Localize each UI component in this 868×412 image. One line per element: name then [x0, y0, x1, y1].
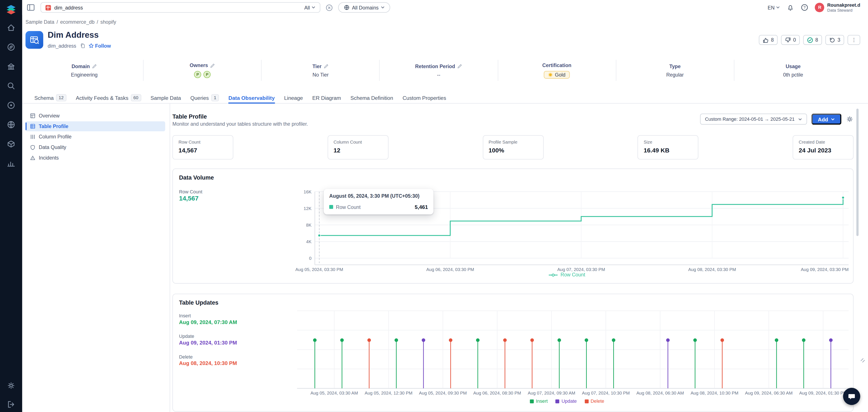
chevron-down-icon: [381, 6, 384, 9]
data-volume-legend[interactable]: Row Count: [281, 272, 852, 278]
notifications-bell-icon[interactable]: [787, 4, 795, 11]
settings-gear-icon[interactable]: [7, 381, 16, 390]
svg-text:Aug 06, 2024, 03:30 PM: Aug 06, 2024, 03:30 PM: [426, 267, 474, 272]
delete-label: Delete: [179, 354, 193, 359]
search-input[interactable]: [54, 5, 301, 10]
row-count-value: 14,567: [179, 195, 198, 201]
svg-text:12K: 12K: [304, 206, 312, 211]
legend-delete[interactable]: Delete: [585, 399, 604, 404]
resize-handle-icon[interactable]: [860, 355, 865, 365]
global-search-bar[interactable]: All: [40, 2, 320, 13]
summary-card-column-count: Column Count 12: [328, 135, 389, 160]
domain-link[interactable]: Engineering: [71, 72, 97, 77]
summary-card-row-count: Row Count 14,567: [172, 135, 234, 160]
add-button[interactable]: Add: [811, 114, 841, 125]
version-history-icon: [829, 37, 835, 43]
tab-er-diagram[interactable]: ER Diagram: [312, 92, 341, 103]
svg-text:Aug 07, 2024, 09:30 AM: Aug 07, 2024, 09:30 AM: [528, 390, 575, 395]
update-value: Aug 09, 2024, 01:30 PM: [179, 340, 237, 346]
edit-pencil-icon[interactable]: [324, 64, 329, 69]
menu-item-column-profile[interactable]: Column Profile: [26, 132, 165, 142]
breadcrumb-link[interactable]: shopify: [100, 20, 116, 25]
profiler-menu: Overview Table Profile Column Profile Da…: [26, 111, 165, 163]
svg-text:Aug 09, 2024, 01:30 PM: Aug 09, 2024, 01:30 PM: [799, 390, 847, 395]
table-entity-icon: [26, 31, 43, 49]
svg-text:Aug 05, 2024, 03:30 PM: Aug 05, 2024, 03:30 PM: [295, 267, 343, 272]
follow-button[interactable]: Follow: [88, 43, 111, 49]
search-entity-icon: [45, 5, 51, 10]
chevron-down-icon: [798, 118, 802, 121]
tab-custom-properties[interactable]: Custom Properties: [403, 92, 446, 103]
explore-icon[interactable]: [7, 43, 16, 52]
data-volume-card: Data Volume Row Count 14,567 04K8K12K16K…: [172, 168, 854, 284]
svg-text:0: 0: [309, 256, 311, 261]
versions-button[interactable]: 3: [825, 35, 844, 45]
owner-avatar[interactable]: P: [204, 71, 211, 78]
meta-usage: Usage 0th pctile: [734, 60, 852, 81]
tab-sample-data[interactable]: Sample Data: [151, 92, 181, 103]
scrollbar-thumb[interactable]: [856, 109, 859, 236]
svg-text:Aug 06, 2024, 08:30 PM: Aug 06, 2024, 08:30 PM: [473, 390, 521, 395]
domains-filter[interactable]: All Domains: [338, 2, 390, 13]
clear-search-icon[interactable]: [326, 4, 333, 11]
meta-tier: Tier No Tier: [262, 60, 380, 81]
copy-icon[interactable]: [80, 43, 85, 49]
menu-item-incidents[interactable]: Incidents: [26, 153, 165, 163]
user-role: Data Steward: [827, 8, 860, 13]
data-products-icon[interactable]: [7, 140, 16, 149]
language-select[interactable]: EN: [768, 5, 780, 10]
check-circle-icon: [807, 37, 813, 43]
incidents-warning-icon: [30, 155, 36, 161]
incident-manager-icon[interactable]: [7, 101, 16, 110]
svg-text:Aug 07, 2024, 03:30 PM: Aug 07, 2024, 03:30 PM: [557, 267, 605, 272]
tab-lineage[interactable]: Lineage: [284, 92, 303, 103]
meta-retention: Retention Period --: [380, 60, 498, 81]
svg-text:Aug 05, 2024, 09:30 PM: Aug 05, 2024, 09:30 PM: [419, 390, 467, 395]
app-logo-icon[interactable]: [6, 4, 17, 15]
menu-item-table-profile[interactable]: Table Profile: [26, 121, 165, 131]
entity-fqn: dim_address: [48, 43, 76, 49]
menu-item-data-quality[interactable]: Data Quality: [26, 142, 165, 152]
breadcrumb-link[interactable]: Sample Data: [26, 20, 54, 25]
discovery-search-icon[interactable]: [7, 82, 16, 90]
profiler-settings-gear-icon[interactable]: [846, 115, 854, 123]
tab-data-observability[interactable]: Data Observability: [228, 92, 275, 103]
help-icon[interactable]: ?: [801, 4, 808, 11]
upvote-button[interactable]: 8: [759, 35, 778, 45]
insert-swatch: [530, 399, 534, 403]
user-menu[interactable]: R Rounakpreet.d Data Steward: [815, 2, 860, 13]
svg-text:Aug 08, 2024, 10:30 PM: Aug 08, 2024, 10:30 PM: [690, 390, 738, 395]
tab-schema[interactable]: Schema12: [34, 92, 66, 103]
search-scope-select[interactable]: All: [304, 5, 315, 10]
edit-pencil-icon[interactable]: [457, 64, 462, 69]
tab-schema-definition[interactable]: Schema Definition: [350, 92, 393, 103]
legend-update[interactable]: Update: [555, 399, 577, 404]
metrics-icon[interactable]: [7, 159, 16, 168]
more-menu-button[interactable]: ⋮: [847, 35, 860, 45]
tab-activity-feeds[interactable]: Activity Feeds & Tasks60: [76, 92, 141, 103]
meta-owners: Owners P P: [144, 60, 262, 81]
edit-pencil-icon[interactable]: [92, 64, 97, 69]
medal-icon: [548, 72, 553, 77]
tab-queries[interactable]: Queries1: [190, 92, 219, 103]
entity-meta-row: Domain Engineering Owners P P Tier No Ti…: [26, 60, 852, 81]
svg-text:Aug 08, 2024, 03:30 PM: Aug 08, 2024, 03:30 PM: [688, 267, 736, 272]
edit-pencil-icon[interactable]: [210, 63, 215, 68]
certification-badge: Gold: [544, 71, 570, 78]
breadcrumb-link[interactable]: ecommerce_db: [60, 20, 94, 25]
table-profile-icon: [30, 124, 36, 129]
downvote-button[interactable]: 0: [781, 35, 800, 45]
date-range-select[interactable]: Custom Range: 2024-05-01 → 2025-05-21: [700, 114, 807, 125]
governance-icon[interactable]: [7, 62, 16, 71]
svg-text:Aug 09, 2024, 03:30 PM: Aug 09, 2024, 03:30 PM: [801, 267, 848, 272]
sidebar-collapse-icon[interactable]: [27, 4, 35, 11]
legend-insert[interactable]: Insert: [530, 399, 548, 404]
owner-avatar[interactable]: P: [194, 71, 201, 78]
table-updates-chart[interactable]: Aug 05, 2024, 03:30 AMAug 05, 2024, 12:3…: [281, 306, 852, 399]
logout-icon[interactable]: [7, 400, 16, 409]
domains-icon[interactable]: [7, 120, 16, 129]
home-icon[interactable]: [7, 23, 16, 32]
chat-support-button[interactable]: [843, 388, 860, 405]
reactions-button[interactable]: 8: [803, 35, 822, 45]
menu-item-overview[interactable]: Overview: [26, 111, 165, 121]
